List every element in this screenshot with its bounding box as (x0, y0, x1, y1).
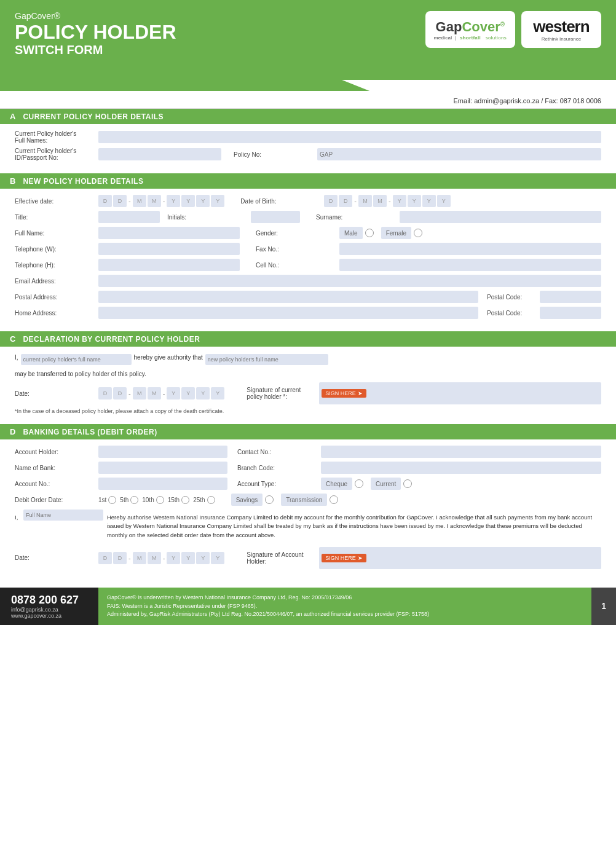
footer-line1: GapCover® is underwritten by Western Nat… (107, 594, 583, 602)
debit-10th-radio[interactable] (156, 496, 164, 504)
section-c-form: I, hereby give authority that may be tra… (0, 347, 616, 424)
eff-y1[interactable]: Y (167, 195, 180, 207)
c-y1[interactable]: Y (167, 387, 180, 399)
dob-y2[interactable]: Y (408, 195, 421, 207)
c-y3[interactable]: Y (196, 387, 210, 399)
postal-code-label: Postal Code: (487, 294, 536, 301)
d-sign-button-label: SIGN HERE (325, 555, 356, 561)
dob-d1[interactable]: D (324, 195, 338, 207)
section-c-title: DECLARATION BY CURRENT POLICY HOLDER (23, 335, 200, 344)
contact-bar: Email: admin@gaprisk.co.za / Fax: 087 01… (0, 93, 616, 109)
c-d2[interactable]: D (113, 387, 127, 399)
postal-row: Postal Address: Postal Code: (15, 291, 601, 303)
debit-15th-radio[interactable] (181, 496, 189, 504)
id-label: Current Policy holder'sID/Passport No: (15, 148, 95, 161)
eff-y3[interactable]: Y (196, 195, 210, 207)
c-y4[interactable]: Y (211, 387, 224, 399)
d-d2[interactable]: D (113, 552, 127, 564)
c-footnote: *In the case of a deceased policy holder… (15, 408, 601, 414)
policy-no-input[interactable] (317, 148, 601, 160)
eff-d2[interactable]: D (113, 195, 127, 207)
debit-25th-radio[interactable] (207, 496, 215, 504)
title-input[interactable] (98, 211, 160, 223)
transmission-radio[interactable] (330, 495, 338, 504)
new-ph-input[interactable] (205, 354, 328, 365)
d-sig-label: Signature of AccountHolder: (247, 551, 314, 565)
contact-info: Email: admin@gaprisk.co.za / Fax: 087 01… (454, 97, 601, 104)
tel-h-input[interactable] (98, 259, 240, 271)
full-names-input[interactable] (98, 131, 601, 143)
c-d1[interactable]: D (98, 387, 112, 399)
dob-y1[interactable]: Y (393, 195, 406, 207)
auth-prefix: I, (15, 513, 20, 522)
d-d1[interactable]: D (98, 552, 112, 564)
d-date-sig-row: Date: D D - M M - Y Y Y Y Signature of A… (15, 547, 601, 569)
postal-code-input[interactable] (540, 291, 601, 303)
d-y1[interactable]: Y (167, 552, 180, 564)
dob-m2[interactable]: M (373, 195, 387, 207)
c-m2[interactable]: M (148, 387, 161, 399)
c-m1[interactable]: M (133, 387, 146, 399)
initials-input[interactable] (251, 211, 300, 223)
c-sign-here-button[interactable]: SIGN HERE ➤ (322, 389, 366, 398)
eff-d1[interactable]: D (98, 195, 112, 207)
id-policy-row: Current Policy holder'sID/Passport No: P… (15, 148, 601, 161)
tel-w-input[interactable] (98, 243, 240, 255)
d-sign-here-button[interactable]: SIGN HERE ➤ (322, 554, 366, 562)
debit-10th: 10th (142, 496, 164, 504)
acct-no-input[interactable] (98, 478, 227, 490)
surname-input[interactable] (400, 211, 601, 223)
eff-y2[interactable]: Y (181, 195, 195, 207)
email-input[interactable] (98, 275, 601, 287)
current-radio[interactable] (403, 479, 412, 488)
dob-y3[interactable]: Y (422, 195, 436, 207)
eff-m2[interactable]: M (148, 195, 161, 207)
cell-input[interactable] (339, 259, 601, 271)
branch-code-input[interactable] (321, 462, 601, 474)
d-y2[interactable]: Y (181, 552, 195, 564)
debit-5th-radio[interactable] (130, 496, 138, 504)
dob-d2[interactable]: D (339, 195, 352, 207)
d-sig-area: Signature of AccountHolder: SIGN HERE ➤ (247, 547, 601, 569)
savings-radio[interactable] (265, 495, 274, 504)
fax-input[interactable] (339, 243, 601, 255)
fullname-row: Full Name: Gender: Male Female (15, 227, 601, 239)
d-signature-field[interactable]: SIGN HERE ➤ (319, 547, 601, 569)
d-y3[interactable]: Y (196, 552, 210, 564)
full-name-debit-input[interactable] (23, 510, 103, 521)
home-input[interactable] (98, 307, 478, 319)
id-input[interactable] (98, 148, 221, 160)
auth-text-row: I, Hereby authorise Western National Ins… (15, 510, 601, 543)
section-d-letter: D (10, 427, 15, 436)
section-a-title: CURRENT POLICY HOLDER DETAILS (23, 112, 164, 121)
bank-name-input[interactable] (98, 462, 227, 474)
gender-female-radio[interactable] (414, 229, 422, 237)
fullname-input[interactable] (98, 227, 240, 239)
c-signature-field[interactable]: SIGN HERE ➤ (319, 382, 601, 404)
home-code-input[interactable] (540, 307, 601, 319)
eff-y4[interactable]: Y (211, 195, 224, 207)
postal-input[interactable] (98, 291, 478, 303)
tel-w-row: Telephone (W): Fax No.: (15, 243, 601, 255)
d-y4[interactable]: Y (211, 552, 224, 564)
d-m2[interactable]: M (148, 552, 161, 564)
current-ph-input[interactable] (21, 354, 132, 365)
acct-holder-input[interactable] (98, 446, 227, 458)
c-y2[interactable]: Y (181, 387, 195, 399)
cheque-radio[interactable] (355, 479, 363, 488)
debit-1st-radio[interactable] (108, 496, 116, 504)
home-code-label: Postal Code: (487, 310, 536, 317)
contact-no-input[interactable] (321, 446, 601, 458)
gender-male-radio[interactable] (365, 229, 374, 237)
dob-y4[interactable]: Y (437, 195, 451, 207)
section-a-letter: A (10, 112, 15, 121)
section-d-form: Account Holder: Contact No.: Name of Ban… (0, 439, 616, 581)
savings-label: Savings (231, 494, 263, 506)
home-label: Home Address: (15, 310, 95, 317)
eff-m1[interactable]: M (133, 195, 146, 207)
d-m1[interactable]: M (133, 552, 146, 564)
bank-name-label: Name of Bank: (15, 465, 95, 471)
cheque-label: Cheque (321, 478, 352, 490)
footer-phone: 0878 200 627 (11, 594, 87, 607)
dob-m1[interactable]: M (358, 195, 372, 207)
